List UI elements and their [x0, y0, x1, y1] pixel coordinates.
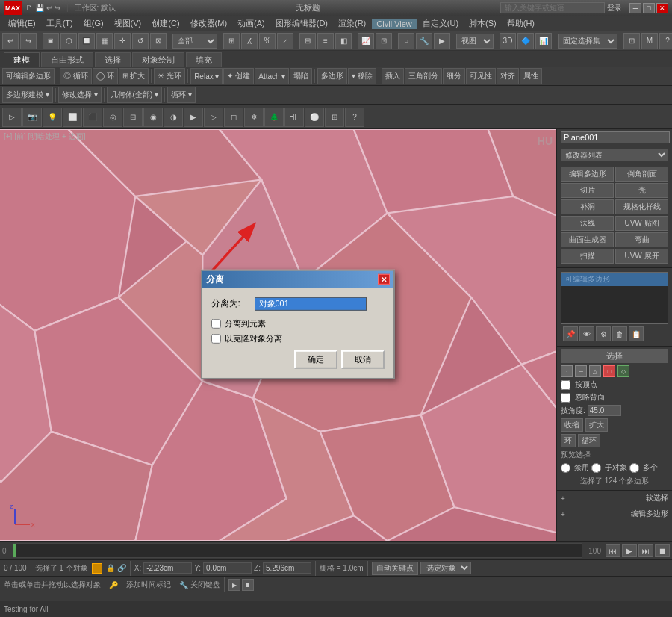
object-name-input[interactable] [561, 131, 670, 143]
next-frame-btn[interactable]: ⏭ [638, 544, 653, 557]
normal-btn[interactable]: 法线 [561, 216, 614, 231]
tab-select[interactable]: 选择 [95, 52, 131, 67]
select-by-name-btn[interactable]: 🔲 [78, 33, 95, 49]
slice-btn[interactable]: 切片 [561, 183, 614, 198]
chamfer-profile-btn[interactable]: 倒角剖面 [615, 167, 668, 182]
detach-elem-checkbox[interactable] [211, 318, 221, 328]
geo-all-btn[interactable]: 几何体(全部) ▾ [107, 87, 162, 103]
play-btn[interactable]: ▶ [622, 544, 637, 557]
move-btn[interactable]: ✛ [114, 33, 131, 49]
angle-snap-btn[interactable]: ∡ [241, 33, 258, 49]
maximize-btn[interactable]: □ [643, 3, 655, 13]
menu-help[interactable]: 帮助(H) [503, 17, 539, 30]
border-mode-btn[interactable]: △ [589, 365, 601, 377]
spinner-snap-btn[interactable]: ⊿ [277, 33, 293, 49]
modifier-listbox[interactable]: 可编辑多边形 [561, 272, 668, 324]
bend-btn[interactable]: 弯曲 [615, 232, 668, 247]
proximity-multi-radio[interactable] [629, 463, 639, 473]
help-btn[interactable]: ? [659, 33, 672, 49]
poly-btn[interactable]: 可编辑多边形 [2, 68, 55, 84]
prop-btn[interactable]: 属性 [520, 68, 542, 84]
dialog-name-input[interactable] [255, 297, 367, 310]
select-type-btn[interactable]: ▦ [96, 33, 113, 49]
loop-btn[interactable]: ◎ 循环 [60, 68, 92, 84]
mod-sel-btn[interactable]: 修改选择 ▾ [58, 87, 102, 103]
menu-render[interactable]: 渲染(R) [334, 17, 370, 30]
vp-light-btn[interactable]: 💡 [43, 108, 62, 127]
vp-obj5-btn[interactable]: ◉ [143, 108, 163, 127]
by-vertex-checkbox[interactable] [561, 380, 570, 390]
prev-frame-btn[interactable]: ⏮ [606, 544, 620, 557]
attach-btn[interactable]: Attach ▾ [255, 68, 289, 84]
bottom-play-btn[interactable]: ▶ [228, 579, 240, 591]
cycle-btn[interactable]: 循环 ▾ [167, 87, 196, 103]
tri-div-btn[interactable]: 三角剖分 [405, 68, 442, 84]
poly-sel-btn[interactable]: 多边形 [317, 68, 347, 84]
shrink-btn[interactable]: 收缩 [561, 418, 583, 432]
stack-delete-btn[interactable]: 🗑 [612, 326, 627, 341]
vp-obj3-btn[interactable]: ◎ [103, 108, 122, 127]
collapse-btn[interactable]: 塌陷 [290, 68, 312, 84]
surface-gen-btn[interactable]: 曲面生成器 [561, 232, 614, 247]
3d-mode-btn[interactable]: 3D [500, 33, 516, 49]
stats-btn[interactable]: 📊 [535, 33, 552, 49]
vp-hf-btn[interactable]: HF [284, 108, 304, 127]
dialog-cancel-btn[interactable]: 取消 [341, 350, 385, 368]
detach-clone-checkbox[interactable] [211, 333, 221, 343]
layer-btn[interactable]: ◧ [335, 33, 352, 49]
search-input[interactable] [500, 2, 605, 13]
create-btn[interactable]: ✦ 创建 [223, 68, 254, 84]
all-btn[interactable]: 环 [561, 434, 576, 447]
z-coord-input[interactable] [263, 562, 311, 574]
select-filter-dropdown[interactable]: 固定选择集 [558, 34, 617, 49]
vp-obj8-btn[interactable]: ▷ [204, 108, 223, 127]
dialog-ok-btn[interactable]: 确定 [294, 350, 337, 368]
select-region-btn[interactable]: ⬡ [60, 33, 77, 49]
mirror-btn[interactable]: ⊟ [299, 33, 316, 49]
loop-btn-r[interactable]: 循环 [578, 434, 600, 447]
editable-poly-item[interactable]: 可编辑多边形 [561, 273, 668, 286]
expand-btn[interactable]: 扩大 [585, 418, 608, 432]
dialog-close-btn[interactable]: ✕ [378, 274, 390, 285]
menu-tools[interactable]: 工具(T) [42, 17, 78, 30]
view-dropdown[interactable]: 视图 [456, 34, 494, 49]
menu-edit[interactable]: 编辑(E) [4, 17, 40, 30]
stack-show-btn[interactable]: 👁 [579, 326, 594, 341]
vp-snow-btn[interactable]: ❄ [244, 108, 264, 127]
modifier-list-dropdown[interactable]: 修改器列表 [561, 149, 668, 161]
scale-btn[interactable]: ⊠ [150, 33, 167, 49]
relax-btn[interactable]: Relax ▾ [190, 68, 223, 84]
stack-pin-btn[interactable]: 📌 [563, 326, 578, 341]
tab-fill[interactable]: 填充 [186, 52, 222, 67]
menu-create[interactable]: 创建(C) [147, 17, 184, 30]
x-coord-input[interactable] [143, 562, 192, 574]
poly-build-btn[interactable]: 多边形建模 ▾ [2, 87, 53, 103]
menu-graph-editor[interactable]: 图形编辑器(D) [271, 17, 332, 30]
stack-config-btn[interactable]: ⚙ [596, 326, 611, 341]
close-btn[interactable]: ✕ [656, 3, 668, 13]
redo-btn[interactable]: ↪ [20, 33, 37, 49]
vp-grid-btn[interactable]: ⊞ [325, 108, 344, 127]
tab-modeling[interactable]: 建模 [4, 52, 40, 67]
select-obj-btn[interactable]: ▣ [43, 33, 59, 49]
angle-input[interactable] [588, 405, 621, 416]
vp-obj7-btn[interactable]: ▶ [184, 108, 203, 127]
render-setup-btn[interactable]: 🔧 [416, 33, 432, 49]
y-coord-input[interactable] [203, 562, 252, 574]
tab-object-paint[interactable]: 对象绘制 [132, 52, 184, 67]
insert-btn[interactable]: 插入 [382, 68, 404, 84]
ignore-backface-checkbox[interactable] [561, 393, 570, 403]
filter-dropdown[interactable]: 全部 [172, 34, 217, 49]
vp-cam-btn[interactable]: 📷 [22, 108, 42, 127]
element-mode-btn[interactable]: ◇ [617, 365, 629, 377]
stack-copy-btn[interactable]: 📋 [629, 326, 644, 341]
vp-help2-btn[interactable]: ? [345, 108, 364, 127]
sweep-btn[interactable]: 扫描 [561, 249, 614, 264]
bottom-stop-btn[interactable]: ⏹ [242, 579, 254, 591]
render-btn[interactable]: ▶ [434, 33, 450, 49]
undo-btn[interactable]: ↩ [2, 33, 19, 49]
minimize-btn[interactable]: ─ [629, 3, 641, 13]
menu-civil-view[interactable]: Civil View [372, 19, 416, 29]
select-obj-dropdown[interactable]: 选定对象 [420, 562, 471, 574]
curve-editor-btn[interactable]: 📈 [358, 33, 374, 49]
